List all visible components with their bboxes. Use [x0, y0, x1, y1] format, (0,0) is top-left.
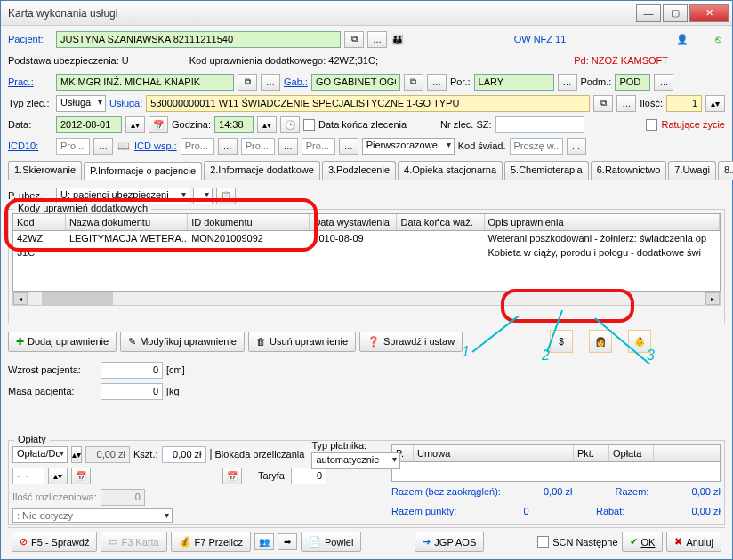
data-calendar-icon[interactable]: 📅 [149, 116, 168, 133]
icdwsp1-input[interactable] [181, 138, 214, 155]
addperson-icon[interactable]: 👥 [254, 533, 274, 550]
icdwsp2-more[interactable]: … [278, 138, 298, 155]
tab-5[interactable]: 5.Chemioterapia [504, 161, 589, 180]
godzina-clock-icon[interactable]: 🕒 [280, 116, 300, 133]
col-header[interactable]: Umowa [414, 445, 574, 461]
table-row[interactable]: 42WZLEGITYMACJA WETERA...MON201009092201… [13, 231, 720, 245]
ok-button[interactable]: ✔OK [622, 532, 664, 552]
date-small-spin[interactable]: ▴▾ [48, 468, 68, 484]
prac-input[interactable] [56, 74, 234, 91]
tab-1[interactable]: P.Informacje o pacjencie [84, 162, 202, 180]
ratujace-checkbox[interactable] [646, 119, 657, 131]
book-icon[interactable]: 📖 [117, 139, 131, 153]
patient-icon[interactable]: 👤 [675, 32, 689, 46]
pregnancy-icon[interactable]: 👩 [589, 330, 612, 353]
icdwsp-label[interactable]: ICD wsp.: [134, 140, 177, 151]
pacjent-popup-button[interactable]: ⧉ [344, 31, 364, 48]
jgp-aos-button[interactable]: ➔JGP AOS [415, 532, 484, 552]
oplatado-spin[interactable]: ▴▾ [71, 446, 82, 463]
date-small-cal-icon[interactable]: 📅 [71, 468, 91, 484]
kodsw-more[interactable]: … [567, 138, 586, 155]
tab-7[interactable]: 7.Uwagi [668, 161, 716, 180]
gab-label[interactable]: Gab.: [284, 76, 308, 87]
pacjent-input[interactable] [56, 31, 341, 48]
sprawdz-ustaw-button[interactable]: ❓Sprawdź i ustaw [359, 332, 463, 352]
tab-2[interactable]: 2.Informacje dodatkowe [204, 161, 320, 180]
group-icon[interactable]: 👪 [391, 32, 405, 46]
gab-more[interactable]: … [427, 74, 447, 91]
icd10-label[interactable]: ICD10: [8, 140, 52, 151]
f5-sprawdz-button[interactable]: ⊘F5 - Sprawdź [12, 532, 97, 552]
kszt-input[interactable] [162, 446, 206, 463]
scroll-right-icon[interactable]: ▸ [705, 292, 720, 305]
typplat-select[interactable]: automatycznie [311, 452, 400, 469]
datakonca-checkbox[interactable] [303, 119, 315, 131]
podm-more[interactable]: … [654, 74, 673, 91]
close-button[interactable]: ✕ [689, 4, 729, 22]
calendar2-icon[interactable]: 📅 [222, 468, 242, 484]
data-input[interactable] [56, 116, 122, 133]
pubez-extra-select[interactable] [193, 188, 213, 204]
data-spinner[interactable]: ▴▾ [125, 116, 145, 133]
icd10-more[interactable]: … [93, 138, 113, 155]
date-small-input[interactable] [12, 468, 44, 484]
pubez-copy-icon[interactable]: 📋 [216, 188, 236, 204]
dodaj-button[interactable]: ✚Dodaj uprawnienie [8, 332, 117, 352]
col-header[interactable]: Nazwa dokumentu [66, 214, 188, 230]
col-header[interactable]: Opis uprawnienia [485, 214, 720, 230]
icdwsp2-input[interactable] [241, 138, 275, 155]
col-header[interactable]: Opłata [609, 445, 654, 461]
scroll-left-icon[interactable]: ◂ [13, 292, 28, 305]
pubez-select[interactable]: U: pacjenci ubezpieczeni [56, 188, 189, 204]
baby-icon[interactable]: 👶 [628, 330, 651, 353]
tab-3[interactable]: 3.Podzlecenie [322, 161, 396, 180]
usluga-popup[interactable]: ⧉ [593, 95, 613, 112]
nrzlec-input[interactable] [495, 116, 584, 133]
icdwsp3-more[interactable]: … [339, 138, 358, 155]
por-more[interactable]: … [558, 74, 577, 91]
col-header[interactable]: Data końca waż. [397, 214, 484, 230]
ilosc-spinner[interactable]: ▴▾ [705, 95, 725, 112]
tab-0[interactable]: 1.Skierowanie [8, 161, 82, 180]
tab-8[interactable]: 8.Zał [718, 161, 733, 180]
scn-check[interactable] [537, 536, 549, 548]
icd10-input[interactable] [56, 138, 90, 155]
minimize-button[interactable]: — [636, 4, 661, 22]
powiel-button[interactable]: 📄Powiel [301, 532, 361, 552]
wzrost-input[interactable] [101, 362, 163, 379]
masa-input[interactable] [101, 383, 163, 400]
icdwsp3-input[interactable] [302, 138, 335, 155]
taryfa-input[interactable] [291, 468, 326, 484]
podm-input[interactable] [615, 74, 650, 91]
pierwsz-select[interactable]: Pierwszorazowe [362, 138, 455, 155]
modyfikuj-button[interactable]: ✎Modyfikuj uprawnienie [120, 332, 245, 352]
niedotyczy-select[interactable]: : Nie dotyczy [12, 508, 173, 523]
prac-more[interactable]: … [261, 74, 280, 91]
col-header[interactable]: ID dokumentu [188, 214, 310, 230]
arrow-icon[interactable]: ➡ [278, 533, 297, 550]
grid-hscroll[interactable]: ◂ ▸ [12, 292, 721, 306]
usun-button[interactable]: 🗑Usuń uprawnienie [248, 332, 356, 352]
por-input[interactable] [474, 74, 554, 91]
pacjent-label[interactable]: Pacjent: [8, 34, 52, 44]
godzina-input[interactable] [214, 116, 254, 133]
usluga-label[interactable]: Usługa: [109, 98, 142, 108]
gab-input[interactable] [311, 74, 400, 91]
f7-przelicz-button[interactable]: 💰F7 Przelicz [171, 532, 251, 552]
typzlec-select[interactable]: Usługa [56, 95, 106, 112]
pacjent-more-button[interactable]: … [367, 31, 387, 48]
oplatado-select[interactable]: Opłata/Dc [12, 446, 68, 463]
anuluj-button[interactable]: ✖Anuluj [666, 532, 721, 552]
usluga-input[interactable] [146, 95, 590, 112]
icdwsp1-more[interactable]: … [218, 138, 238, 155]
col-header[interactable]: Kod [13, 214, 66, 230]
col-header[interactable]: Pkt. [574, 445, 609, 461]
col-header[interactable]: Data wystawienia [310, 214, 397, 230]
tab-6[interactable]: 6.Ratownictwo [591, 161, 667, 180]
exit-icon[interactable]: ⎋ [711, 32, 725, 46]
ilosc-input[interactable] [666, 95, 702, 112]
blokada-check[interactable] [210, 449, 212, 460]
kodsw-input[interactable] [510, 138, 563, 155]
maximize-button[interactable]: ▢ [663, 4, 688, 22]
godzina-spinner[interactable]: ▴▾ [257, 116, 277, 133]
